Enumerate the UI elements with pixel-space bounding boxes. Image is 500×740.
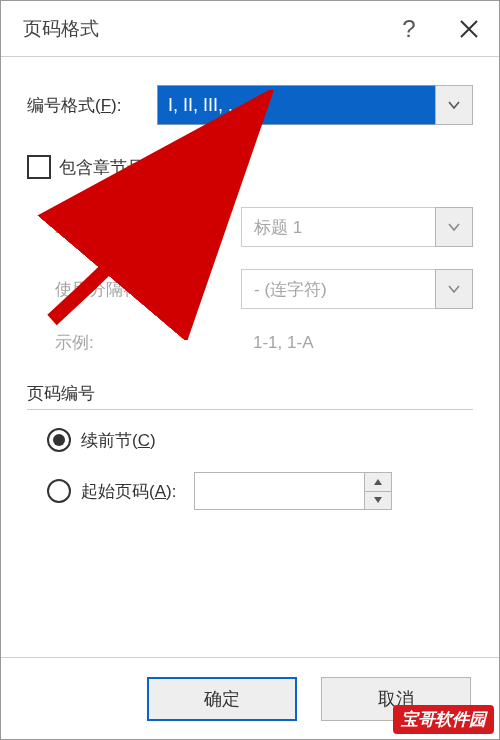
number-format-dropdown-button[interactable] [435,85,473,125]
separator-select: - (连字符) [241,269,473,309]
chapter-style-dropdown-button [435,207,473,247]
page-numbering-group: 续前节(C) 起始页码(A): [27,428,473,510]
separator-label: 使用分隔符(E): [55,278,241,301]
continue-radio[interactable] [47,428,71,452]
triangle-down-icon [373,495,383,505]
example-row: 示例: 1-1, 1-A [55,331,473,354]
chevron-down-icon [447,98,461,112]
close-button[interactable] [439,1,499,57]
start-at-spinner [194,472,392,510]
number-format-label: 编号格式(F): [27,94,157,117]
include-chapter-label: 包含章节号(N) [59,156,168,179]
start-at-row: 起始页码(A): [47,472,473,510]
include-chapter-row: 包含章节号(N) [27,155,473,179]
start-at-input[interactable] [194,472,364,510]
section-divider [27,409,473,410]
spinner-up-button[interactable] [364,472,392,491]
chapter-style-value: 标题 1 [241,207,435,247]
example-value: 1-1, 1-A [241,333,313,353]
chapter-style-label: 章节起始样式(P) [55,216,241,239]
start-at-radio[interactable] [47,479,71,503]
ok-button[interactable]: 确定 [147,677,297,721]
dialog-title: 页码格式 [23,16,379,42]
dialog-content: 编号格式(F): I, II, III, ... 包含章节号(N) 章节起始样式… [1,57,499,657]
chapter-options-block: 章节起始样式(P) 标题 1 使用分隔符(E): - (连字符) [27,207,473,354]
number-format-select[interactable]: I, II, III, ... [157,85,473,125]
continue-label: 续前节(C) [81,429,156,452]
example-label: 示例: [55,331,241,354]
watermark-badge: 宝哥软件园 [393,705,494,734]
chapter-style-row: 章节起始样式(P) 标题 1 [55,207,473,247]
triangle-up-icon [373,477,383,487]
number-format-value: I, II, III, ... [157,85,435,125]
page-number-format-dialog: 页码格式 ? 编号格式(F): I, II, III, ... 包含章节号(N) [0,0,500,740]
separator-value: - (连字符) [241,269,435,309]
include-chapter-checkbox[interactable] [27,155,51,179]
close-icon [459,19,479,39]
number-format-row: 编号格式(F): I, II, III, ... [27,85,473,125]
chevron-down-icon [447,282,461,296]
separator-dropdown-button [435,269,473,309]
titlebar: 页码格式 ? [1,1,499,57]
spinner-buttons [364,472,392,510]
page-numbering-title: 页码编号 [27,382,473,405]
help-button[interactable]: ? [379,1,439,57]
chapter-style-select: 标题 1 [241,207,473,247]
spinner-down-button[interactable] [364,491,392,511]
separator-row: 使用分隔符(E): - (连字符) [55,269,473,309]
start-at-label: 起始页码(A): [81,480,176,503]
chevron-down-icon [447,220,461,234]
continue-row: 续前节(C) [47,428,473,452]
